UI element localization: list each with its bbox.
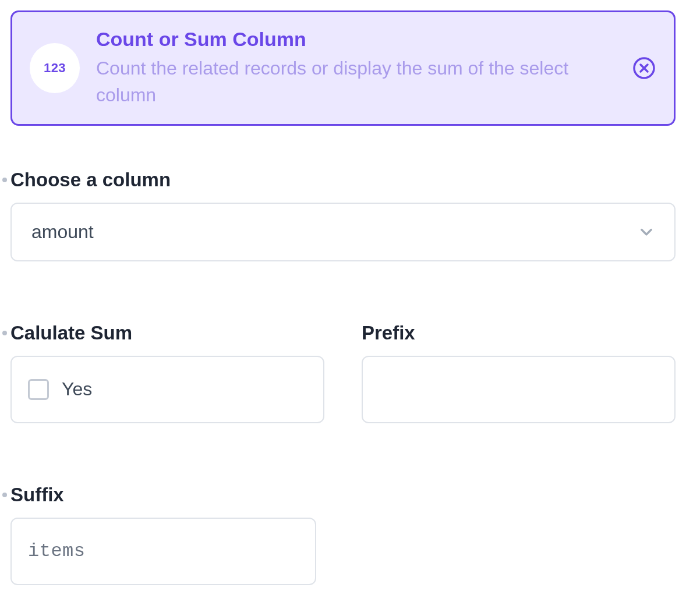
prefix-label: Prefix (362, 322, 415, 344)
suffix-input[interactable] (28, 540, 299, 562)
header-card: 123 Count or Sum Column Count the relate… (10, 10, 676, 126)
suffix-section: Suffix (10, 484, 676, 585)
prefix-label-wrap: Prefix (362, 322, 676, 344)
choose-column-select[interactable]: amount (10, 203, 676, 261)
dot-indicator (2, 331, 7, 335)
calculate-sum-label: Calulate Sum (10, 322, 132, 344)
suffix-label: Suffix (10, 484, 64, 506)
number-icon: 123 (30, 43, 80, 93)
prefix-section: Prefix (362, 322, 676, 423)
prefix-input[interactable] (379, 380, 658, 399)
prefix-input-box (362, 356, 676, 423)
choose-column-value: amount (31, 221, 94, 243)
choose-column-section: Choose a column amount (10, 169, 676, 261)
checkbox-wrap: Yes (28, 378, 92, 400)
choose-column-label: Choose a column (10, 169, 171, 191)
header-title: Count or Sum Column (96, 27, 604, 51)
header-subtitle: Count the related records or display the… (96, 55, 574, 109)
calculate-sum-checkbox-label: Yes (62, 378, 92, 400)
suffix-label-wrap: Suffix (10, 484, 676, 506)
dot-indicator (2, 493, 7, 497)
chevron-down-icon (638, 224, 655, 240)
calculate-sum-checkbox[interactable] (28, 379, 49, 400)
choose-column-label-wrap: Choose a column (10, 169, 676, 191)
suffix-input-box (10, 518, 316, 585)
close-icon (632, 56, 656, 80)
calculate-sum-section: Calulate Sum Yes (10, 322, 324, 423)
dot-indicator (2, 178, 7, 182)
two-column-row: Calulate Sum Yes Prefix (10, 322, 676, 423)
calculate-sum-label-wrap: Calulate Sum (10, 322, 324, 344)
number-icon-text: 123 (44, 61, 66, 76)
header-text: Count or Sum Column Count the related re… (96, 27, 604, 109)
close-button[interactable] (632, 56, 656, 80)
calculate-sum-box: Yes (10, 356, 324, 423)
